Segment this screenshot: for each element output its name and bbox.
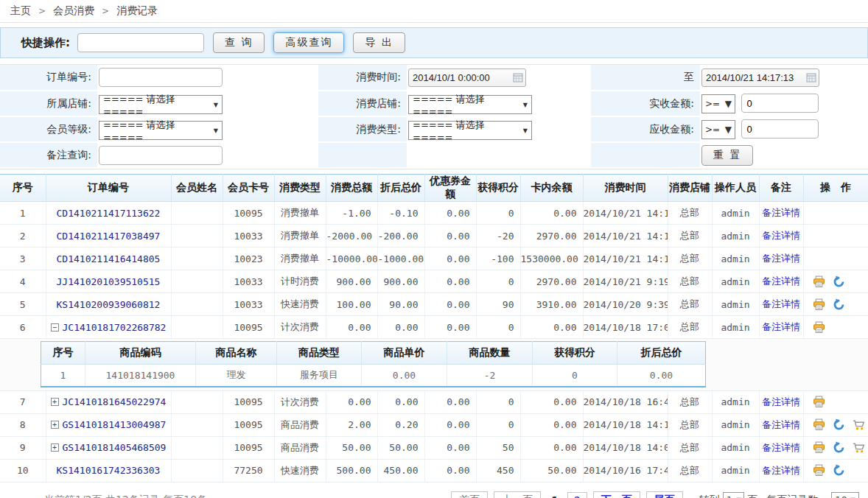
goods-subtable: 序号商品编码商品名称商品类型商品单价商品数量获得积分折后总价1141018141… [41, 341, 706, 387]
undo-icon[interactable] [833, 276, 845, 288]
operator: admin [712, 316, 759, 339]
order-link[interactable]: JC1410181702268782 [63, 322, 167, 333]
remark-detail-link[interactable]: 备注详情 [762, 396, 800, 407]
goto-page-select[interactable]: 1▼ [723, 492, 744, 498]
expand-icon[interactable]: + [51, 443, 59, 452]
column-header: 消费类型 [274, 175, 326, 202]
member-card-no: 77250 [223, 459, 274, 482]
reset-button[interactable]: 重 置 [701, 145, 753, 166]
member-card-no: 10033 [223, 225, 274, 248]
discounted-amount: 0.00 [377, 390, 424, 413]
row-index: 10 [0, 459, 46, 482]
next-page-button[interactable]: 下一页 [593, 491, 640, 498]
consume-store: 总部 [668, 413, 712, 436]
remark-detail-link[interactable]: 备注详情 [762, 276, 800, 287]
expand-icon[interactable]: + [51, 421, 59, 429]
consume-time-end-input[interactable] [701, 69, 819, 87]
column-header: 操作人员 [712, 175, 759, 202]
per-page-select[interactable]: 10▼ [831, 492, 859, 498]
remark-cell: 备注详情 [759, 413, 803, 436]
ops-cell [803, 293, 868, 316]
cart-icon[interactable] [853, 441, 865, 454]
undo-icon[interactable] [833, 464, 845, 477]
order-link[interactable]: JC1410181645022974 [63, 396, 167, 407]
consume-store-select[interactable]: ===== 请选择 =====▼ [408, 95, 532, 114]
print-icon[interactable] [813, 276, 825, 288]
export-button[interactable]: 导 出 [353, 32, 405, 53]
column-header: 会员姓名 [171, 175, 223, 202]
order-no-input[interactable] [99, 68, 223, 87]
print-icon[interactable] [813, 396, 825, 408]
order-cell: KS1410161742336303 [46, 459, 171, 482]
first-page-button[interactable]: 首页 [451, 491, 488, 498]
coupon-amount: 0.00 [424, 270, 476, 293]
order-link[interactable]: KS1410161742336303 [57, 465, 161, 476]
real-amount-op-select[interactable]: >=▼ [701, 94, 735, 113]
real-amount-input[interactable] [741, 94, 819, 113]
member-level-select[interactable]: ===== 请选择 =====▼ [99, 121, 223, 140]
due-amount-input[interactable] [741, 119, 819, 138]
member-card-no: 10033 [223, 270, 274, 293]
quick-search-input[interactable] [77, 33, 204, 52]
last-page-button[interactable]: 尾页 [646, 491, 683, 498]
consume-type: 商品消费 [274, 413, 326, 436]
operator: admin [712, 248, 759, 270]
remark-detail-link[interactable]: 备注详情 [762, 321, 800, 332]
consume-store: 总部 [668, 459, 712, 482]
discounted-amount: -200.00 [377, 225, 424, 248]
due-amount-op-select[interactable]: >=▼ [701, 120, 735, 139]
remark-query-input[interactable] [99, 146, 223, 165]
collapse-icon[interactable]: − [51, 323, 59, 332]
query-button[interactable]: 查 询 [213, 32, 265, 53]
order-link[interactable]: GS1410181405468509 [63, 442, 167, 453]
table-row: 5 KS1410200939060812 10033 快速消费 100.00 9… [0, 293, 868, 316]
expand-icon[interactable]: + [51, 398, 59, 406]
print-icon[interactable] [813, 418, 825, 431]
breadcrumb-member-consume[interactable]: 会员消费 [53, 4, 94, 18]
total-amount: 100.00 [326, 293, 377, 316]
operator: admin [712, 390, 759, 413]
member-card-no: 10095 [223, 436, 274, 459]
remark-detail-link[interactable]: 备注详情 [762, 442, 800, 453]
ops-cell [803, 202, 868, 225]
order-link[interactable]: KS1410200939060812 [57, 299, 161, 310]
coupon-amount: 0.00 [424, 459, 476, 482]
remark-detail-link[interactable]: 备注详情 [762, 230, 800, 241]
calendar-icon[interactable] [806, 72, 816, 83]
order-link[interactable]: CD1410211416414805 [57, 253, 161, 264]
order-cell: CD1410211417113622 [46, 202, 171, 225]
order-link[interactable]: GS1410181413004987 [63, 419, 167, 430]
remark-detail-link[interactable]: 备注详情 [762, 207, 800, 218]
print-icon[interactable] [813, 464, 825, 477]
sub-column-header: 商品单价 [362, 342, 447, 365]
undo-icon[interactable] [833, 441, 845, 454]
remark-detail-link[interactable]: 备注详情 [762, 253, 800, 264]
row-index: 1 [0, 202, 46, 225]
order-link[interactable]: JJ1410201039510515 [57, 276, 161, 287]
cart-icon[interactable] [853, 418, 865, 431]
print-icon[interactable] [813, 321, 825, 334]
consume-time-start-input[interactable] [408, 69, 526, 87]
earned-points: -20 [476, 225, 520, 248]
remark-detail-link[interactable]: 备注详情 [762, 465, 800, 476]
records-table: 序号订单编号会员姓名会员卡号消费类型消费总额折后总价优惠券金额获得积分卡内余额消… [0, 174, 868, 483]
calendar-icon[interactable] [513, 72, 523, 83]
prev-page-button[interactable]: 上一页 [494, 491, 541, 498]
undo-icon[interactable] [833, 298, 845, 311]
remark-detail-link[interactable]: 备注详情 [762, 419, 800, 430]
undo-icon[interactable] [833, 418, 845, 431]
order-link[interactable]: CD1410211417113622 [57, 208, 161, 219]
print-icon[interactable] [813, 298, 825, 311]
order-link[interactable]: CD1410211417038497 [57, 231, 161, 242]
consume-type-select[interactable]: ===== 请选择 =====▼ [408, 121, 532, 140]
column-header: 订单编号 [46, 175, 171, 202]
page-2-button[interactable]: 2 [567, 492, 587, 498]
remark-detail-link[interactable]: 备注详情 [762, 298, 800, 309]
chevron-down-icon: ▼ [523, 102, 528, 108]
own-store-select[interactable]: ===== 请选择 =====▼ [99, 95, 223, 114]
print-icon[interactable] [813, 441, 825, 454]
breadcrumb-home[interactable]: 主页 [10, 4, 31, 18]
earned-points: 90 [476, 293, 520, 316]
operator: admin [712, 459, 759, 482]
advanced-query-button[interactable]: 高级查询 [273, 32, 344, 53]
